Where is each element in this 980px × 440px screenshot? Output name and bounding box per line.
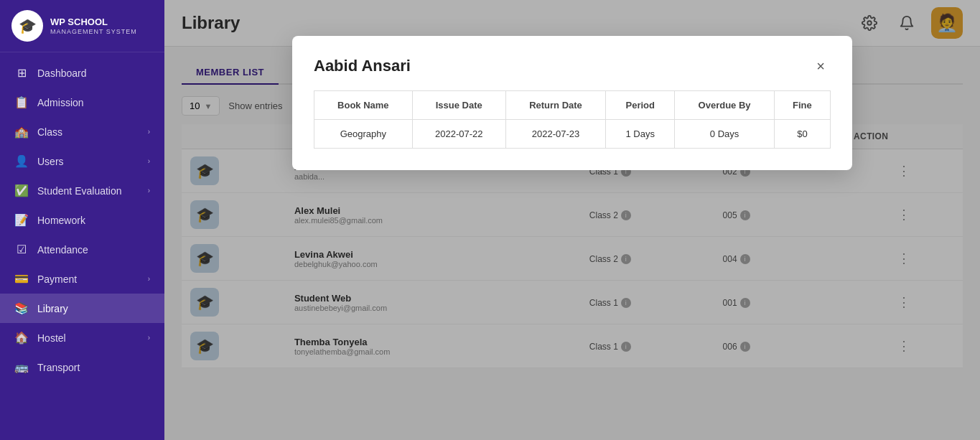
modal-overlay[interactable]: Aabid Ansari × Book NameIssue DateReturn… <box>164 0 980 440</box>
modal-col-overdue-by: Overdue By <box>675 91 775 120</box>
modal-cell-book-name: Geography <box>314 120 413 149</box>
modal-table-row: Geography2022-07-222022-07-231 Days0 Day… <box>314 120 831 149</box>
sidebar-item-users[interactable]: 👤 Users › <box>0 146 164 176</box>
homework-nav-label: Homework <box>37 215 150 226</box>
chevron-right-icon: › <box>148 275 150 283</box>
modal-col-issue-date: Issue Date <box>412 91 505 120</box>
sidebar-item-transport[interactable]: 🚌 Transport <box>0 352 164 382</box>
sidebar-item-dashboard[interactable]: ⊞ Dashboard <box>0 58 164 88</box>
attendance-nav-icon: ☑ <box>14 243 29 256</box>
sidebar-item-library[interactable]: 📚 Library <box>0 294 164 323</box>
modal-cell-fine: $0 <box>774 120 830 149</box>
student-evaluation-nav-label: Student Evaluation <box>37 185 139 197</box>
modal-col-fine: Fine <box>774 91 830 120</box>
modal-title: Aabid Ansari <box>314 57 411 75</box>
sidebar-item-student-evaluation[interactable]: ✅ Student Evaluation › <box>0 176 164 205</box>
modal-cell-issue-date: 2022-07-22 <box>412 120 505 149</box>
attendance-nav-label: Attendance <box>37 244 150 256</box>
modal-cell-period: 1 Days <box>606 120 675 149</box>
library-nav-label: Library <box>37 303 150 314</box>
logo-sub: MANAGEMENT SYSTEM <box>50 28 137 35</box>
admission-nav-label: Admission <box>37 97 150 108</box>
sidebar-item-class[interactable]: 🏫 Class › <box>0 117 164 146</box>
modal-col-period: Period <box>606 91 675 120</box>
logo-text: WP SCHOOL <box>50 17 137 29</box>
homework-nav-icon: 📝 <box>14 213 29 227</box>
modal-col-book-name: Book Name <box>314 91 413 120</box>
users-nav-label: Users <box>37 156 139 167</box>
class-nav-label: Class <box>37 126 139 138</box>
logo-text-block: WP SCHOOL MANAGEMENT SYSTEM <box>50 17 137 36</box>
admission-nav-icon: 📋 <box>14 95 29 109</box>
dashboard-nav-icon: ⊞ <box>14 66 29 80</box>
sidebar: 🎓 WP SCHOOL MANAGEMENT SYSTEM ⊞ Dashboar… <box>0 0 164 440</box>
transport-nav-icon: 🚌 <box>14 360 29 374</box>
modal-cell-overdue-by: 0 Days <box>675 120 775 149</box>
logo: 🎓 WP SCHOOL MANAGEMENT SYSTEM <box>0 0 164 52</box>
sidebar-item-payment[interactable]: 💳 Payment › <box>0 264 164 294</box>
chevron-right-icon: › <box>148 187 150 195</box>
class-nav-icon: 🏫 <box>14 125 29 139</box>
sidebar-item-admission[interactable]: 📋 Admission <box>0 88 164 117</box>
sidebar-nav: ⊞ Dashboard 📋 Admission 🏫 Class › 👤 User… <box>0 52 164 440</box>
sidebar-item-attendance[interactable]: ☑ Attendance <box>0 235 164 264</box>
chevron-right-icon: › <box>148 157 150 165</box>
payment-nav-label: Payment <box>37 273 139 285</box>
modal-cell-return-date: 2022-07-23 <box>505 120 605 149</box>
logo-emoji: 🎓 <box>19 17 37 34</box>
dashboard-nav-label: Dashboard <box>37 67 150 79</box>
users-nav-icon: 👤 <box>14 154 29 168</box>
sidebar-item-hostel[interactable]: 🏠 Hostel › <box>0 323 164 352</box>
chevron-right-icon: › <box>148 334 150 342</box>
sidebar-item-homework[interactable]: 📝 Homework <box>0 205 164 235</box>
hostel-nav-icon: 🏠 <box>14 331 29 345</box>
chevron-right-icon: › <box>148 128 150 136</box>
hostel-nav-label: Hostel <box>37 332 139 344</box>
modal: Aabid Ansari × Book NameIssue DateReturn… <box>292 36 852 170</box>
modal-header: Aabid Ansari × <box>314 56 831 76</box>
modal-col-return-date: Return Date <box>505 91 605 120</box>
modal-close-button[interactable]: × <box>811 56 831 76</box>
student-evaluation-nav-icon: ✅ <box>14 184 29 197</box>
library-nav-icon: 📚 <box>14 301 29 315</box>
payment-nav-icon: 💳 <box>14 272 29 286</box>
transport-nav-label: Transport <box>37 362 150 373</box>
modal-book-table: Book NameIssue DateReturn DatePeriodOver… <box>314 90 831 149</box>
main-area: Library 🧑‍💼 MEMBER LIST BO <box>164 0 980 440</box>
logo-icon: 🎓 <box>11 10 43 42</box>
